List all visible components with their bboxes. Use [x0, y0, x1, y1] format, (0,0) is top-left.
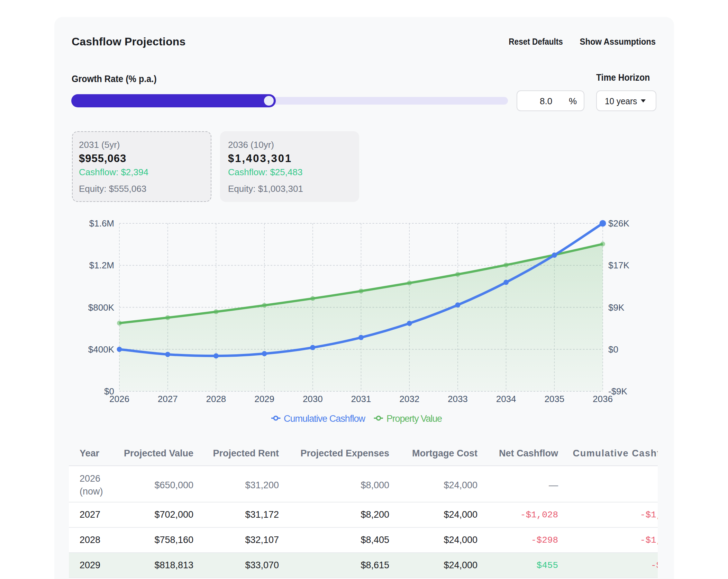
svg-text:2031: 2031 — [351, 394, 371, 404]
svg-text:Property Value: Property Value — [386, 413, 442, 424]
svg-text:2032: 2032 — [399, 394, 419, 404]
svg-text:2034: 2034 — [496, 394, 516, 404]
svg-text:$17K: $17K — [608, 260, 629, 270]
svg-text:$800K: $800K — [88, 302, 115, 313]
svg-text:2030: 2030 — [303, 394, 323, 404]
svg-text:$1.6M: $1.6M — [89, 218, 114, 229]
svg-text:2027: 2027 — [158, 394, 178, 404]
svg-text:$9K: $9K — [608, 302, 625, 313]
svg-text:2028: 2028 — [206, 394, 226, 404]
svg-text:2035: 2035 — [544, 394, 564, 404]
svg-text:2036: 2036 — [593, 394, 613, 404]
svg-text:$1.2M: $1.2M — [89, 260, 114, 270]
svg-text:$26K: $26K — [608, 218, 629, 229]
svg-text:$0: $0 — [608, 344, 618, 355]
svg-text:$400K: $400K — [88, 344, 115, 355]
svg-text:2029: 2029 — [254, 394, 274, 404]
svg-text:2026: 2026 — [109, 394, 129, 404]
svg-text:2033: 2033 — [448, 394, 468, 404]
svg-text:Cumulative Cashflow: Cumulative Cashflow — [284, 413, 366, 424]
